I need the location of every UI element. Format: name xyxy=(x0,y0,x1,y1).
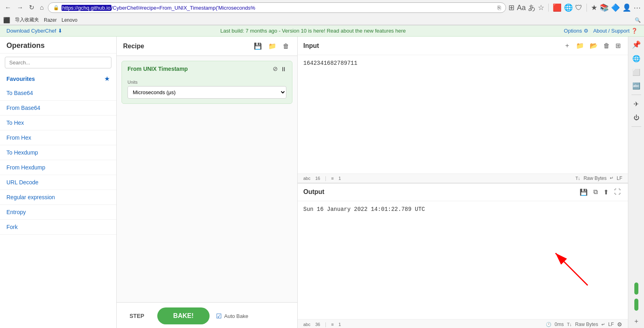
bookmark-import[interactable]: 导入收藏夹 xyxy=(15,17,39,23)
bookmark-lenovo[interactable]: Lenovo xyxy=(62,17,77,23)
bookmarks-bar: ⬛ 导入收藏夹 Razer Lenovo 🔍 xyxy=(0,15,644,25)
browser-nav: ← → ↻ ⌂ 🔒 https://gchq.github.io/CyberCh… xyxy=(0,0,644,15)
url-highlight: https://gchq.github.io xyxy=(62,5,111,11)
address-bar[interactable]: 🔒 https://gchq.github.io/CyberChef/#reci… xyxy=(48,2,506,13)
step-button[interactable]: STEP xyxy=(123,309,151,322)
right-icon-globe[interactable]: 🌐 xyxy=(630,52,643,65)
switch-layout-button[interactable]: ⊞ xyxy=(614,40,622,51)
question-icon: ❓ xyxy=(631,28,638,34)
recipe-step-header: From UNIX Timestamp ⊘ ⏸ xyxy=(122,61,292,76)
sidebar-item-to-hex[interactable]: To Hex xyxy=(0,116,116,130)
options-button[interactable]: Options ⚙ xyxy=(564,28,588,34)
copy-output-button[interactable]: ⧉ xyxy=(592,187,599,197)
sidebar-item-from-hex[interactable]: From Hex xyxy=(0,130,116,145)
forward-button[interactable]: → xyxy=(15,3,25,12)
recipe-title: Recipe xyxy=(123,43,144,50)
input-status: abc 16 | ≡ 1 T↓ Raw Bytes ↵ LF xyxy=(298,173,628,183)
back-button[interactable]: ← xyxy=(3,3,13,12)
save-recipe-button[interactable]: 💾 xyxy=(252,41,263,52)
save-output-button[interactable]: 💾 xyxy=(578,187,589,198)
recipe-step-controls: ⊘ ⏸ xyxy=(273,65,286,72)
input-format-icon: T↓ xyxy=(575,176,580,181)
translate-icon[interactable]: あ xyxy=(528,3,535,12)
browser-chrome: ← → ↻ ⌂ 🔒 https://gchq.github.io/CyberCh… xyxy=(0,0,644,25)
add-right-button[interactable]: ＋ xyxy=(630,315,643,328)
star-icon: ★ xyxy=(104,75,110,83)
bing-icon[interactable]: 🔷 xyxy=(611,3,620,12)
output-header: Output 💾 ⧉ ⬆ ⛶ xyxy=(298,184,628,201)
favourites-section: Favourites ★ xyxy=(0,72,116,86)
sidebar: Operations Favourites ★ To Base64 From B… xyxy=(0,37,117,328)
sidebar-item-entropy[interactable]: Entropy xyxy=(0,205,116,220)
recipe-step-body: Units Seconds (s) Milliseconds (ms) Micr… xyxy=(122,76,292,103)
right-sidebar-divider2 xyxy=(632,126,641,127)
about-button[interactable]: About / Support ❓ xyxy=(593,28,638,34)
pause-step-button[interactable]: ⏸ xyxy=(280,65,286,72)
autobake-checkbox[interactable]: ☑ xyxy=(216,312,222,320)
sidebar-item-to-base64[interactable]: To Base64 xyxy=(0,86,116,101)
clear-input-button[interactable]: 🗑 xyxy=(602,41,611,51)
load-recipe-button[interactable]: 📁 xyxy=(267,41,278,52)
output-clock-icon: 🕐 xyxy=(546,322,551,327)
open-file-button[interactable]: 📁 xyxy=(574,40,586,51)
input-status-right: T↓ Raw Bytes ↵ LF xyxy=(575,175,622,181)
output-settings-icon[interactable]: ⚙ xyxy=(617,321,622,328)
autobake-label[interactable]: ☑ Auto Bake xyxy=(216,312,248,320)
refresh-button[interactable]: ↻ xyxy=(27,3,36,12)
sidebar-item-regex[interactable]: Regular expression xyxy=(0,190,116,205)
sidebar-item-fork[interactable]: Fork xyxy=(0,220,116,235)
right-icon-power[interactable]: ⏻ xyxy=(630,111,643,124)
right-icon-plane[interactable]: ✈ xyxy=(630,97,643,110)
right-icon-office[interactable]: ⬜ xyxy=(630,66,643,78)
fullscreen-output-button[interactable]: ⛶ xyxy=(613,187,622,197)
star-icon[interactable]: ★ xyxy=(591,3,597,12)
search-input[interactable] xyxy=(5,57,111,68)
streaming-icon[interactable]: 🟥 xyxy=(553,3,562,12)
right-icon-translate[interactable]: 🔤 xyxy=(630,79,643,92)
copy-url-icon[interactable]: ⎘ xyxy=(498,4,501,11)
output-ms: 0ms xyxy=(555,322,564,327)
reading-list-icon[interactable]: 📚 xyxy=(600,3,609,12)
output-content: Sun 16 January 2022 14:01:22.789 UTC xyxy=(298,201,628,320)
favorites-icon[interactable]: ☆ xyxy=(538,3,544,12)
units-select[interactable]: Seconds (s) Milliseconds (ms) Microsecon… xyxy=(128,86,286,99)
more-menu-icon[interactable]: ⋯ xyxy=(634,3,641,12)
output-lines-icon: ≡ xyxy=(331,322,333,327)
recipe-header: Recipe 💾 📁 🗑 xyxy=(117,37,297,56)
recipe-actions: 💾 📁 🗑 xyxy=(252,41,291,52)
input-content[interactable]: 1642341682789711 xyxy=(298,55,628,173)
clear-recipe-button[interactable]: 🗑 xyxy=(281,41,291,52)
home-button[interactable]: ⌂ xyxy=(38,3,45,12)
add-input-button[interactable]: ＋ xyxy=(562,40,572,52)
bake-button[interactable]: BAKE! xyxy=(157,307,210,324)
scroll-indicator-green2 xyxy=(634,299,638,311)
recipe-body: From UNIX Timestamp ⊘ ⏸ Units Seconds (s… xyxy=(117,56,297,302)
sidebar-item-url-decode[interactable]: URL Decode xyxy=(0,175,116,190)
input-section: Input ＋ 📁 📂 🗑 ⊞ 1642341682789711 abc xyxy=(298,37,628,184)
input-actions: ＋ 📁 📂 🗑 ⊞ xyxy=(562,40,622,52)
tab-grid-icon[interactable]: ⊞ xyxy=(508,3,514,12)
input-abc-icon: abc xyxy=(303,176,311,181)
sidebar-list: To Base64 From Base64 To Hex From Hex To… xyxy=(0,86,116,328)
sidebar-item-to-hexdump[interactable]: To Hexdump xyxy=(0,145,116,160)
font-resize-icon[interactable]: Aa xyxy=(517,4,526,12)
sidebar-item-from-base64[interactable]: From Base64 xyxy=(0,101,116,116)
output-line-count: 1 xyxy=(339,322,341,327)
output-actions: 💾 ⧉ ⬆ ⛶ xyxy=(578,187,622,198)
globe-icon[interactable]: 🌐 xyxy=(564,3,573,12)
browser-search-icon[interactable]: 🔍 xyxy=(635,17,641,23)
recipe-panel: Recipe 💾 📁 🗑 From UNIX Timestamp ⊘ ⏸ xyxy=(117,37,298,328)
send-to-input-button[interactable]: ⬆ xyxy=(602,187,610,198)
shield-icon[interactable]: 🛡 xyxy=(575,4,582,12)
input-title: Input xyxy=(303,42,319,50)
sidebar-item-from-hexdump[interactable]: From Hexdump xyxy=(0,160,116,175)
bookmark-razer[interactable]: Razer xyxy=(44,17,57,23)
input-lf: LF xyxy=(617,175,622,181)
output-lf: LF xyxy=(608,322,614,327)
output-raw-bytes: Raw Bytes xyxy=(575,322,598,327)
profile-icon[interactable]: 👤 xyxy=(622,3,631,12)
open-folder-button[interactable]: 📂 xyxy=(588,40,599,51)
download-link[interactable]: Download CyberChef ⬇ xyxy=(6,28,62,34)
right-icon-pin[interactable]: 📌 xyxy=(630,38,643,51)
disable-step-button[interactable]: ⊘ xyxy=(273,65,278,72)
